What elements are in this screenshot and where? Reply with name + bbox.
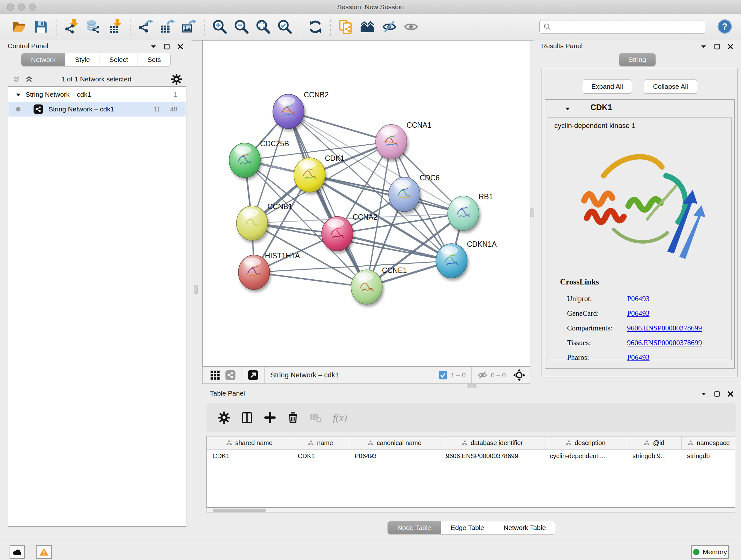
function-builder-button[interactable]: f(x) <box>333 412 347 424</box>
edge-HIST1H1A-CCNE1[interactable] <box>254 272 367 287</box>
crosslink-link[interactable]: P06493 <box>627 295 650 303</box>
panel-menu-caret-icon[interactable] <box>700 43 707 51</box>
collapse-all-button[interactable]: Collapse All <box>644 79 697 94</box>
save-session-button[interactable] <box>31 17 50 37</box>
crosslink-link[interactable]: P06493 <box>627 354 650 362</box>
delete-column-button[interactable] <box>287 412 299 424</box>
hide-selected-button[interactable] <box>380 17 399 37</box>
cloud-button[interactable] <box>10 545 25 559</box>
gene-caret-icon[interactable] <box>565 106 570 112</box>
tab-edge-table[interactable]: Edge Table <box>441 521 494 534</box>
create-column-button[interactable] <box>264 412 276 424</box>
table-panel-title: Table Panel <box>210 389 245 397</box>
panel-float-icon[interactable] <box>714 390 721 399</box>
zoom-in-button[interactable] <box>210 17 229 37</box>
import-table-button[interactable] <box>106 17 124 37</box>
import-database-icon <box>85 19 101 36</box>
import-network-database-button[interactable] <box>84 17 103 37</box>
scrollbar-thumb[interactable] <box>212 509 266 512</box>
node-CCNE1[interactable]: CCNE1 <box>351 266 407 304</box>
panel-close-icon[interactable] <box>727 43 734 51</box>
help-button[interactable]: ? <box>718 19 732 34</box>
show-columns-button[interactable] <box>241 412 253 424</box>
zoom-out-icon <box>233 19 249 36</box>
collection-caret-icon[interactable] <box>15 91 21 98</box>
column-header-canonical-name[interactable]: canonical name <box>349 436 440 449</box>
show-all-button[interactable] <box>402 17 420 37</box>
cell-@id[interactable]: stringdb:9... <box>627 449 681 462</box>
table-horizontal-scrollbar[interactable] <box>206 508 735 513</box>
network-graph[interactable]: CCNB2 CCNA1 CDC25B CDK1 CDC6 RB1 <box>203 41 530 366</box>
delete-table-button[interactable] <box>310 412 322 424</box>
tab-node-table[interactable]: Node Table <box>388 521 441 534</box>
zoom-out-button[interactable] <box>232 17 251 37</box>
folder-open-icon <box>11 19 27 36</box>
export-image-button[interactable] <box>180 17 198 37</box>
tab-network[interactable]: Network <box>21 53 65 66</box>
node-label-RB1: RB1 <box>479 192 493 201</box>
cell-description[interactable]: cyclin-dependent ... <box>544 449 627 462</box>
edge-CCNB2-CCNA1[interactable] <box>288 111 391 142</box>
node-CDKN1A[interactable]: CDKN1A <box>436 240 497 278</box>
panel-close-icon[interactable] <box>177 43 184 51</box>
first-neighbors-button[interactable] <box>358 17 377 37</box>
detach-view-icon[interactable] <box>248 370 259 381</box>
left-splitter-handle[interactable] <box>194 285 198 294</box>
column-header-@id[interactable]: @id <box>627 436 681 449</box>
node-RB1[interactable]: RB1 <box>448 192 493 231</box>
panel-menu-caret-icon[interactable] <box>700 390 707 399</box>
cell-name[interactable]: CDK1 <box>292 449 349 462</box>
network-row-selected[interactable]: String Network – cdk1 11 48 <box>8 102 186 117</box>
gene-header-row[interactable]: CDK1 <box>545 100 734 118</box>
crosslink-row: Tissues: 9606.ENSP00000378699 <box>567 335 726 350</box>
tab-select[interactable]: Select <box>99 53 138 66</box>
edge-CDK1-RB1[interactable] <box>310 175 463 213</box>
column-header-namespace[interactable]: namespace <box>681 436 735 449</box>
network-collection-row[interactable]: String Network – cdk1 1 <box>8 87 186 102</box>
column-header-database-identifier[interactable]: database identifier <box>440 436 544 449</box>
column-header-description[interactable]: description <box>544 436 627 449</box>
zoom-fit-button[interactable] <box>254 17 272 37</box>
search-input[interactable] <box>539 20 705 34</box>
network-options-gear-icon[interactable] <box>171 74 182 84</box>
network-collection-bar: 1 of 1 Network selected <box>10 73 183 87</box>
share-view-icon[interactable] <box>225 370 236 381</box>
table-row[interactable]: CDK1CDK1P064939606.ENSP00000378699cyclin… <box>207 449 735 462</box>
panel-float-icon[interactable] <box>163 43 171 51</box>
panel-float-icon[interactable] <box>714 43 721 51</box>
import-network-button[interactable] <box>62 17 81 37</box>
column-header-shared-name[interactable]: shared name <box>207 436 292 449</box>
column-header-name[interactable]: name <box>292 436 349 449</box>
warning-button[interactable] <box>37 545 52 559</box>
cell-shared-name[interactable]: CDK1 <box>207 449 292 462</box>
cell-namespace[interactable]: stringdb <box>681 449 735 462</box>
selected-checkbox-icon[interactable] <box>438 370 448 380</box>
open-session-button[interactable] <box>10 17 28 37</box>
new-network-from-selection-button[interactable] <box>337 17 355 37</box>
fit-crosshair-icon[interactable] <box>513 369 526 381</box>
tab-style[interactable]: Style <box>65 53 99 66</box>
grid-view-icon[interactable] <box>210 370 220 381</box>
crosslink-link[interactable]: P06493 <box>627 309 650 318</box>
network-canvas[interactable]: CCNB2 CCNA1 CDC25B CDK1 CDC6 RB1 <box>202 40 530 367</box>
panel-menu-caret-icon[interactable] <box>150 43 157 51</box>
crosslink-row: Pharos: P06493 <box>567 350 726 365</box>
table-settings-button[interactable] <box>218 412 230 424</box>
edge-CCNB2-CCNE1[interactable] <box>288 111 367 287</box>
tab-string[interactable]: String <box>619 53 656 66</box>
panel-close-icon[interactable] <box>727 390 734 399</box>
export-table-button[interactable] <box>158 17 177 37</box>
cell-database-identifier[interactable]: 9606.ENSP00000378699 <box>440 449 544 462</box>
table-tabs: Node TableEdge TableNetwork Table <box>202 521 741 535</box>
tab-network-table[interactable]: Network Table <box>494 521 556 534</box>
crosslink-link[interactable]: 9606.ENSP00000378699 <box>627 339 702 347</box>
apply-layout-button[interactable] <box>306 17 325 37</box>
node-table[interactable]: shared namenamecanonical namedatabase id… <box>206 436 735 508</box>
crosslink-link[interactable]: 9606.ENSP00000378699 <box>627 324 702 332</box>
memory-button[interactable]: Memory <box>691 545 729 559</box>
zoom-selected-button[interactable] <box>275 17 294 37</box>
tab-sets[interactable]: Sets <box>138 53 171 66</box>
export-network-button[interactable] <box>136 17 155 37</box>
cell-canonical-name[interactable]: P06493 <box>349 449 440 462</box>
expand-all-button[interactable]: Expand All <box>582 79 632 94</box>
